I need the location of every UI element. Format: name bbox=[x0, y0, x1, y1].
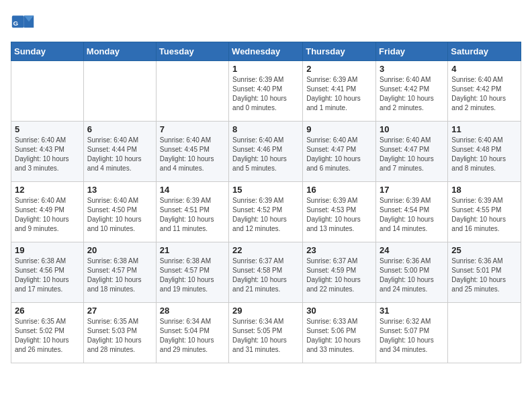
calendar-cell: 19Sunrise: 6:38 AM Sunset: 4:56 PM Dayli… bbox=[11, 242, 84, 303]
day-info: Sunrise: 6:40 AM Sunset: 4:45 PM Dayligh… bbox=[160, 136, 225, 173]
day-info: Sunrise: 6:35 AM Sunset: 5:02 PM Dayligh… bbox=[15, 317, 80, 355]
day-info: Sunrise: 6:40 AM Sunset: 4:47 PM Dayligh… bbox=[380, 136, 444, 173]
day-info: Sunrise: 6:34 AM Sunset: 5:04 PM Dayligh… bbox=[160, 317, 225, 355]
calendar-cell: 23Sunrise: 6:37 AM Sunset: 4:59 PM Dayli… bbox=[303, 242, 376, 303]
day-info: Sunrise: 6:36 AM Sunset: 5:00 PM Dayligh… bbox=[380, 257, 444, 294]
day-number: 4 bbox=[451, 64, 517, 74]
day-info: Sunrise: 6:39 AM Sunset: 4:40 PM Dayligh… bbox=[232, 75, 299, 113]
calendar-cell: 15Sunrise: 6:39 AM Sunset: 4:52 PM Dayli… bbox=[229, 182, 303, 242]
calendar-cell: 21Sunrise: 6:38 AM Sunset: 4:57 PM Dayli… bbox=[156, 242, 228, 303]
day-number: 27 bbox=[87, 306, 152, 316]
day-info: Sunrise: 6:40 AM Sunset: 4:43 PM Dayligh… bbox=[15, 136, 80, 173]
day-info: Sunrise: 6:37 AM Sunset: 4:59 PM Dayligh… bbox=[306, 257, 372, 294]
day-info: Sunrise: 6:38 AM Sunset: 4:57 PM Dayligh… bbox=[160, 257, 225, 294]
week-row-3: 12Sunrise: 6:40 AM Sunset: 4:49 PM Dayli… bbox=[11, 182, 521, 242]
day-number: 30 bbox=[306, 306, 372, 316]
weekday-header-monday: Monday bbox=[83, 42, 156, 61]
week-row-4: 19Sunrise: 6:38 AM Sunset: 4:56 PM Dayli… bbox=[11, 242, 521, 303]
week-row-1: 1Sunrise: 6:39 AM Sunset: 4:40 PM Daylig… bbox=[11, 61, 521, 122]
day-number: 19 bbox=[15, 245, 80, 255]
day-number: 3 bbox=[380, 64, 444, 74]
weekday-header-tuesday: Tuesday bbox=[156, 42, 228, 61]
day-number: 13 bbox=[87, 185, 152, 195]
calendar-cell: 13Sunrise: 6:40 AM Sunset: 4:50 PM Dayli… bbox=[83, 182, 156, 242]
calendar-cell: 25Sunrise: 6:36 AM Sunset: 5:01 PM Dayli… bbox=[448, 242, 521, 303]
day-number: 2 bbox=[306, 64, 372, 74]
day-number: 5 bbox=[15, 124, 80, 134]
week-row-2: 5Sunrise: 6:40 AM Sunset: 4:43 PM Daylig… bbox=[11, 122, 521, 182]
day-info: Sunrise: 6:39 AM Sunset: 4:51 PM Dayligh… bbox=[160, 196, 225, 234]
day-info: Sunrise: 6:34 AM Sunset: 5:05 PM Dayligh… bbox=[232, 317, 299, 355]
day-info: Sunrise: 6:40 AM Sunset: 4:48 PM Dayligh… bbox=[451, 136, 517, 173]
weekday-header-wednesday: Wednesday bbox=[229, 42, 303, 61]
day-number: 14 bbox=[160, 185, 225, 195]
weekday-header-friday: Friday bbox=[376, 42, 448, 61]
calendar-cell: 10Sunrise: 6:40 AM Sunset: 4:47 PM Dayli… bbox=[376, 122, 448, 182]
calendar-cell: 4Sunrise: 6:40 AM Sunset: 4:42 PM Daylig… bbox=[448, 61, 521, 122]
day-number: 21 bbox=[160, 245, 225, 255]
day-info: Sunrise: 6:40 AM Sunset: 4:42 PM Dayligh… bbox=[451, 75, 517, 113]
day-number: 20 bbox=[87, 245, 152, 255]
day-info: Sunrise: 6:40 AM Sunset: 4:42 PM Dayligh… bbox=[380, 75, 444, 113]
weekday-header-saturday: Saturday bbox=[448, 42, 521, 61]
calendar-table: SundayMondayTuesdayWednesdayThursdayFrid… bbox=[11, 42, 521, 363]
day-info: Sunrise: 6:40 AM Sunset: 4:46 PM Dayligh… bbox=[232, 136, 299, 173]
day-number: 6 bbox=[87, 124, 152, 134]
day-number: 18 bbox=[451, 185, 517, 195]
calendar-cell: 11Sunrise: 6:40 AM Sunset: 4:48 PM Dayli… bbox=[448, 122, 521, 182]
page-header: G bbox=[11, 11, 521, 35]
calendar-cell: 12Sunrise: 6:40 AM Sunset: 4:49 PM Dayli… bbox=[11, 182, 84, 242]
day-number: 1 bbox=[232, 64, 299, 74]
calendar-cell: 6Sunrise: 6:40 AM Sunset: 4:44 PM Daylig… bbox=[83, 122, 156, 182]
day-number: 16 bbox=[306, 185, 372, 195]
day-info: Sunrise: 6:40 AM Sunset: 4:49 PM Dayligh… bbox=[15, 196, 80, 234]
day-number: 22 bbox=[232, 245, 299, 255]
calendar-cell: 3Sunrise: 6:40 AM Sunset: 4:42 PM Daylig… bbox=[376, 61, 448, 122]
calendar-cell bbox=[11, 61, 84, 122]
day-number: 7 bbox=[160, 124, 225, 134]
day-info: Sunrise: 6:38 AM Sunset: 4:57 PM Dayligh… bbox=[87, 257, 152, 294]
day-number: 25 bbox=[451, 245, 517, 255]
day-number: 31 bbox=[380, 306, 444, 316]
calendar-cell: 17Sunrise: 6:39 AM Sunset: 4:54 PM Dayli… bbox=[376, 182, 448, 242]
day-info: Sunrise: 6:40 AM Sunset: 4:47 PM Dayligh… bbox=[306, 136, 372, 173]
day-info: Sunrise: 6:38 AM Sunset: 4:56 PM Dayligh… bbox=[15, 257, 80, 294]
calendar-cell: 8Sunrise: 6:40 AM Sunset: 4:46 PM Daylig… bbox=[229, 122, 303, 182]
day-info: Sunrise: 6:39 AM Sunset: 4:55 PM Dayligh… bbox=[451, 196, 517, 234]
calendar-cell: 7Sunrise: 6:40 AM Sunset: 4:45 PM Daylig… bbox=[156, 122, 228, 182]
day-info: Sunrise: 6:36 AM Sunset: 5:01 PM Dayligh… bbox=[451, 257, 517, 294]
calendar-cell: 27Sunrise: 6:35 AM Sunset: 5:03 PM Dayli… bbox=[83, 303, 156, 363]
logo-icon: G bbox=[11, 11, 35, 35]
calendar-cell bbox=[448, 303, 521, 363]
calendar-cell: 24Sunrise: 6:36 AM Sunset: 5:00 PM Dayli… bbox=[376, 242, 448, 303]
day-number: 11 bbox=[451, 124, 517, 134]
calendar-cell: 2Sunrise: 6:39 AM Sunset: 4:41 PM Daylig… bbox=[303, 61, 376, 122]
day-number: 12 bbox=[15, 185, 80, 195]
calendar-cell: 20Sunrise: 6:38 AM Sunset: 4:57 PM Dayli… bbox=[83, 242, 156, 303]
calendar-cell: 22Sunrise: 6:37 AM Sunset: 4:58 PM Dayli… bbox=[229, 242, 303, 303]
calendar-cell: 18Sunrise: 6:39 AM Sunset: 4:55 PM Dayli… bbox=[448, 182, 521, 242]
day-info: Sunrise: 6:32 AM Sunset: 5:07 PM Dayligh… bbox=[380, 317, 444, 355]
day-number: 29 bbox=[232, 306, 299, 316]
calendar-cell: 16Sunrise: 6:39 AM Sunset: 4:53 PM Dayli… bbox=[303, 182, 376, 242]
calendar-cell bbox=[83, 61, 156, 122]
day-info: Sunrise: 6:33 AM Sunset: 5:06 PM Dayligh… bbox=[306, 317, 372, 355]
calendar-cell: 28Sunrise: 6:34 AM Sunset: 5:04 PM Dayli… bbox=[156, 303, 228, 363]
calendar-cell: 9Sunrise: 6:40 AM Sunset: 4:47 PM Daylig… bbox=[303, 122, 376, 182]
day-info: Sunrise: 6:39 AM Sunset: 4:52 PM Dayligh… bbox=[232, 196, 299, 234]
weekday-header-row: SundayMondayTuesdayWednesdayThursdayFrid… bbox=[11, 42, 521, 61]
calendar-cell: 5Sunrise: 6:40 AM Sunset: 4:43 PM Daylig… bbox=[11, 122, 84, 182]
day-info: Sunrise: 6:39 AM Sunset: 4:53 PM Dayligh… bbox=[306, 196, 372, 234]
day-number: 15 bbox=[232, 185, 299, 195]
calendar-cell: 14Sunrise: 6:39 AM Sunset: 4:51 PM Dayli… bbox=[156, 182, 228, 242]
calendar-cell: 29Sunrise: 6:34 AM Sunset: 5:05 PM Dayli… bbox=[229, 303, 303, 363]
day-info: Sunrise: 6:37 AM Sunset: 4:58 PM Dayligh… bbox=[232, 257, 299, 294]
calendar-cell: 26Sunrise: 6:35 AM Sunset: 5:02 PM Dayli… bbox=[11, 303, 84, 363]
logo: G bbox=[11, 11, 38, 35]
day-number: 9 bbox=[306, 124, 372, 134]
day-info: Sunrise: 6:35 AM Sunset: 5:03 PM Dayligh… bbox=[87, 317, 152, 355]
day-number: 28 bbox=[160, 306, 225, 316]
day-info: Sunrise: 6:39 AM Sunset: 4:54 PM Dayligh… bbox=[380, 196, 444, 234]
day-number: 10 bbox=[380, 124, 444, 134]
day-number: 23 bbox=[306, 245, 372, 255]
